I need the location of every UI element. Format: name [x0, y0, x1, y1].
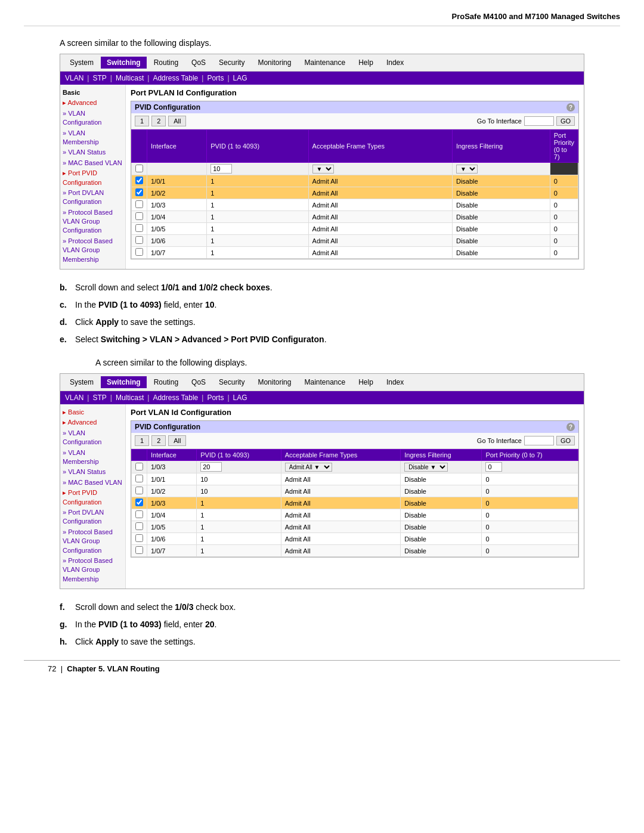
pvid-input-2[interactable] [200, 462, 222, 472]
pvid-help-2[interactable]: ? [566, 423, 575, 431]
pvid-tab-1-2[interactable]: 1 [135, 435, 149, 446]
s2-row6-check[interactable] [135, 534, 143, 542]
sub-ports-2[interactable]: Ports [207, 394, 224, 402]
inst-f-text: Scroll down and select the 1/0/3 check b… [75, 601, 584, 614]
s2-row3-ingress: Disable [401, 497, 482, 509]
s2-row5-aft: Admit All [281, 521, 401, 533]
go-btn-1[interactable]: GO [556, 116, 575, 126]
nav-monitoring-1[interactable]: Monitoring [252, 57, 297, 69]
th-ingress-1: Ingress Filtering [452, 130, 550, 163]
row4-ingress-1: Disable [452, 211, 550, 223]
row4-check-1[interactable] [135, 212, 143, 220]
row7-check-1[interactable] [135, 248, 143, 256]
row1-check-1[interactable] [135, 176, 143, 184]
sidebar-vlan-member-2[interactable]: » VLAN Membership [63, 448, 123, 467]
pvid-tab-1-1[interactable]: 1 [135, 116, 149, 126]
s2-row5-ingress: Disable [401, 521, 482, 533]
go-btn-2[interactable]: GO [556, 436, 575, 445]
pvid-tab-2-2[interactable]: 2 [151, 435, 166, 446]
sidebar-advanced-2[interactable]: ▸ Advanced [63, 418, 123, 427]
sub-multicast-2[interactable]: Multicast [116, 394, 144, 402]
sidebar-proto-based-2[interactable]: » Protocol BasedVLAN GroupConfiguration [63, 528, 123, 555]
row5-aft-1: Admit All [308, 223, 452, 235]
nav-qos-2[interactable]: QoS [185, 376, 212, 388]
nav-help-1[interactable]: Help [352, 57, 379, 69]
s2-row6-pvid: 1 [197, 533, 281, 545]
nav-routing-1[interactable]: Routing [148, 57, 184, 69]
nav-help-2[interactable]: Help [352, 376, 379, 388]
row3-check-1[interactable] [135, 200, 143, 208]
sidebar-vlan-status-1[interactable]: » VLAN Status [63, 148, 123, 157]
sidebar-vlan-member-1[interactable]: » VLAN Membership [63, 129, 123, 147]
go-input-2[interactable] [524, 436, 554, 445]
sidebar-vlan-config-1[interactable]: » VLANConfiguration [63, 109, 123, 128]
sub-address-1[interactable]: Address Table [153, 74, 198, 82]
ingress-select-1[interactable]: ▼ [456, 165, 478, 174]
pp-input-2[interactable] [485, 462, 502, 472]
sidebar-vlan-config-2[interactable]: » VLANConfiguration [63, 429, 123, 447]
nav-monitoring-2[interactable]: Monitoring [252, 376, 297, 388]
row2-check-1[interactable] [135, 188, 143, 196]
s2-row4-check[interactable] [135, 510, 143, 518]
pvid-tab-all-2[interactable]: All [168, 435, 186, 446]
sub-lag-2[interactable]: LAG [233, 394, 247, 402]
row6-check-1[interactable] [135, 236, 143, 244]
s2-row5-check[interactable] [135, 522, 143, 530]
s2-row6-pp: 0 [482, 533, 578, 545]
sidebar-mac-vlan-1[interactable]: » MAC Based VLAN [63, 159, 123, 168]
sub-stp-2[interactable]: STP [92, 394, 106, 402]
nav-security-1[interactable]: Security [213, 57, 250, 69]
s2-row7-check[interactable] [135, 546, 143, 554]
aft-select-1[interactable]: ▼ [312, 165, 334, 174]
sub-address-2[interactable]: Address Table [153, 394, 198, 402]
nav-system-1[interactable]: System [64, 57, 100, 69]
pvid-box-2: PVID Configuration ? 1 2 All Go To Inter… [131, 420, 579, 558]
sub-multicast-1[interactable]: Multicast [116, 74, 144, 82]
sidebar-basic-2[interactable]: ▸ Basic [63, 408, 123, 417]
row1-pvid-1: 1 [207, 175, 308, 187]
nav-maintenance-1[interactable]: Maintenance [298, 57, 351, 69]
pvid-input-1[interactable] [210, 164, 232, 174]
sub-vlan-2[interactable]: VLAN [65, 394, 83, 402]
nav-maintenance-2[interactable]: Maintenance [298, 376, 351, 388]
sidebar-proto-member-1[interactable]: » Protocol BasedVLAN GroupMembership [63, 237, 123, 264]
nav-qos-1[interactable]: QoS [185, 57, 212, 69]
sidebar-proto-based-1[interactable]: » Protocol BasedVLAN GroupConfiguration [63, 208, 123, 236]
go-input-1[interactable] [524, 116, 554, 126]
sidebar-advanced-1[interactable]: ▸ Advanced [63, 98, 123, 107]
sidebar-port-pvid-2[interactable]: ▸ Port PVIDConfiguration [63, 488, 123, 507]
sidebar-port-dvlan-1[interactable]: » Port DVLANConfiguration [63, 188, 123, 207]
s2-row2-pp: 0 [482, 485, 578, 497]
sidebar-mac-vlan-2[interactable]: » MAC Based VLAN [63, 478, 123, 487]
nav-switching-1[interactable]: Switching [101, 57, 147, 69]
s2-row3-check[interactable] [135, 498, 143, 506]
row5-check-1[interactable] [135, 224, 143, 232]
input-check-1[interactable] [135, 165, 143, 172]
sub-vlan-1[interactable]: VLAN [65, 74, 83, 82]
nav-index-2[interactable]: Index [380, 376, 410, 388]
sidebar-port-dvlan-2[interactable]: » Port DVLANConfiguration [63, 508, 123, 527]
sidebar-vlan-status-2[interactable]: » VLAN Status [63, 467, 123, 476]
s2-row2-check[interactable] [135, 487, 143, 494]
pvid-tab-all-1[interactable]: All [168, 116, 186, 126]
row2-aft-1: Admit All [308, 187, 452, 199]
s2-row1-check[interactable] [135, 475, 143, 482]
aft-select-2[interactable]: Admit All ▼ [285, 463, 332, 472]
sub-lag-1[interactable]: LAG [233, 74, 247, 82]
sidebar-port-pvid-1[interactable]: ▸ Port PVIDConfiguration [63, 169, 123, 187]
ingress-select-2[interactable]: Disable ▼ [404, 463, 448, 472]
nav-switching-2[interactable]: Switching [101, 376, 147, 388]
pvid-help-1[interactable]: ? [566, 103, 575, 112]
nav-routing-2[interactable]: Routing [148, 376, 184, 388]
sidebar-proto-member-2[interactable]: » Protocol BasedVLAN GroupMembership [63, 556, 123, 584]
th-pp-2: Port Priority (0 to 7) [482, 450, 578, 461]
input-check-2[interactable] [135, 463, 143, 470]
nav-index-1[interactable]: Index [380, 57, 410, 69]
sub-ports-1[interactable]: Ports [207, 74, 224, 82]
sub-stp-1[interactable]: STP [92, 74, 106, 82]
page-header: ProSafe M4100 and M7100 Managed Switches [24, 12, 620, 26]
inst-b-text: Scroll down and select 1/0/1 and 1/0/2 c… [75, 281, 584, 294]
nav-system-2[interactable]: System [64, 376, 100, 388]
pvid-tab-2-1[interactable]: 2 [151, 116, 166, 126]
nav-security-2[interactable]: Security [213, 376, 250, 388]
